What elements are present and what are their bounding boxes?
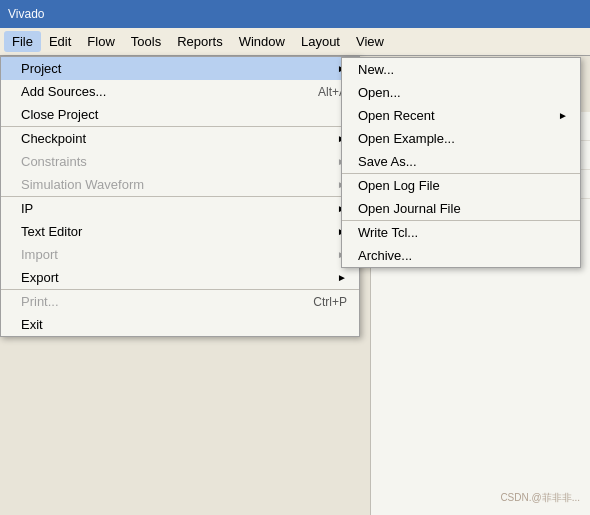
menubar-item-window[interactable]: Window <box>231 31 293 52</box>
import-label: Import <box>21 247 58 262</box>
menu-item-exit[interactable]: Exit <box>1 313 359 336</box>
archive-label: Archive... <box>358 248 412 263</box>
add-sources-label: Add Sources... <box>21 84 106 99</box>
constraints-menu-label: Constraints <box>21 154 87 169</box>
add-sources-shortcut: Alt+A <box>298 85 347 99</box>
menubar-item-edit[interactable]: Edit <box>41 31 79 52</box>
new-label: New... <box>358 62 394 77</box>
menu-item-export[interactable]: Export ► <box>1 266 359 289</box>
menu-item-constraints[interactable]: Constraints ► <box>1 150 359 173</box>
save-as-label: Save As... <box>358 154 417 169</box>
menu-item-simulation-waveform[interactable]: Simulation Waveform ► <box>1 173 359 196</box>
watermark: CSDN.@菲非非... <box>500 491 580 505</box>
close-project-label: Close Project <box>21 107 98 122</box>
print-shortcut: Ctrl+P <box>293 295 347 309</box>
file-menu: Project ► Add Sources... Alt+A Close Pro… <box>0 56 360 337</box>
submenu-item-save-as[interactable]: Save As... <box>342 150 580 173</box>
submenu-item-open-journal[interactable]: Open Journal File <box>342 197 580 220</box>
submenu-item-open-recent[interactable]: Open Recent ► <box>342 104 580 127</box>
print-label: Print... <box>21 294 59 309</box>
export-label: Export <box>21 270 59 285</box>
menu-item-text-editor[interactable]: Text Editor ► <box>1 220 359 243</box>
menubar: File Edit Flow Tools Reports Window Layo… <box>0 28 590 56</box>
open-recent-label: Open Recent <box>358 108 435 123</box>
titlebar-text: Vivado <box>8 7 44 21</box>
submenu-item-open[interactable]: Open... <box>342 81 580 104</box>
menubar-item-tools[interactable]: Tools <box>123 31 169 52</box>
project-submenu: New... Open... Open Recent ► Open Exampl… <box>341 57 581 268</box>
simulation-waveform-label: Simulation Waveform <box>21 177 144 192</box>
open-example-label: Open Example... <box>358 131 455 146</box>
project-label: Project <box>21 61 61 76</box>
menu-item-ip[interactable]: IP ► <box>1 196 359 220</box>
titlebar: Vivado <box>0 0 590 28</box>
submenu-item-open-log[interactable]: Open Log File <box>342 173 580 197</box>
ip-label: IP <box>21 201 33 216</box>
menu-item-import[interactable]: Import ► <box>1 243 359 266</box>
menubar-item-view[interactable]: View <box>348 31 392 52</box>
menubar-item-layout[interactable]: Layout <box>293 31 348 52</box>
menu-item-print[interactable]: Print... Ctrl+P <box>1 289 359 313</box>
submenu-item-new[interactable]: New... <box>342 58 580 81</box>
write-tcl-label: Write Tcl... <box>358 225 418 240</box>
text-editor-label: Text Editor <box>21 224 82 239</box>
menu-item-close-project[interactable]: Close Project <box>1 103 359 126</box>
submenu-item-open-example[interactable]: Open Example... <box>342 127 580 150</box>
exit-label: Exit <box>21 317 43 332</box>
menu-item-project[interactable]: Project ► <box>1 57 359 80</box>
checkpoint-label: Checkpoint <box>21 131 86 146</box>
open-label: Open... <box>358 85 401 100</box>
open-recent-arrow: ► <box>558 110 568 121</box>
menubar-item-reports[interactable]: Reports <box>169 31 231 52</box>
menu-item-add-sources[interactable]: Add Sources... Alt+A <box>1 80 359 103</box>
menubar-item-file[interactable]: File <box>4 31 41 52</box>
menu-item-checkpoint[interactable]: Checkpoint ► <box>1 126 359 150</box>
open-journal-label: Open Journal File <box>358 201 461 216</box>
export-arrow: ► <box>337 272 347 283</box>
menubar-item-flow[interactable]: Flow <box>79 31 122 52</box>
submenu-item-archive[interactable]: Archive... <box>342 244 580 267</box>
submenu-item-write-tcl[interactable]: Write Tcl... <box>342 220 580 244</box>
open-log-label: Open Log File <box>358 178 440 193</box>
